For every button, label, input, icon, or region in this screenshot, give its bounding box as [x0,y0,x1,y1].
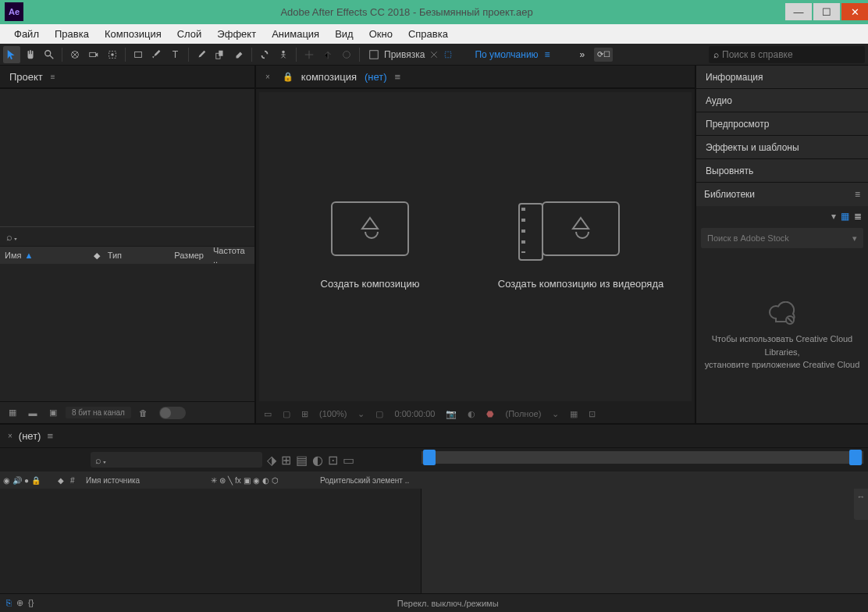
timeline-tool-shelf-icon[interactable]: ↔ [854,489,868,520]
adjustment-icon[interactable]: ◐ [262,476,269,485]
chevron-down-icon[interactable]: ⌄ [354,409,368,419]
tl-tool-2[interactable]: ⊞ [281,453,291,468]
audio-column-icon[interactable]: 🔊 [12,476,22,485]
eraser-tool[interactable] [230,46,247,63]
comp-footer-icon6[interactable]: ⊡ [585,409,599,419]
menu-animation[interactable]: Анимация [264,26,327,42]
comp-tab-close-icon[interactable]: × [265,73,270,81]
project-search[interactable]: ⌕▾ [0,226,254,247]
camera-tool[interactable] [85,46,102,63]
snapshot-icon[interactable]: 📷 [443,409,460,419]
list-view-icon[interactable]: ≣ [854,211,862,222]
snap-option2-icon[interactable] [443,50,453,59]
av-column-icon[interactable]: ◉ [3,476,10,485]
view-axis-tool[interactable] [338,46,355,63]
grid-view-icon[interactable]: ▦ [841,211,849,222]
comp-time[interactable]: 0:00:00:00 [391,409,438,418]
status-toggle-label[interactable]: Перекл. выключ./режимы [34,599,862,608]
audio-panel-header[interactable]: Аудио [696,89,868,112]
timeline-track-area[interactable]: ↔ [422,489,868,593]
source-name-column[interactable]: Имя источника [83,476,208,485]
workspace-overflow-icon[interactable]: » [580,49,585,60]
interpret-footage-icon[interactable]: ▦ [5,405,20,421]
snap-option1-icon[interactable] [429,50,439,59]
menu-file[interactable]: Файл [6,26,47,42]
project-tab[interactable]: Проект [9,71,43,83]
menu-view[interactable]: Вид [327,26,361,42]
menu-window[interactable]: Окно [361,26,400,42]
project-col-name[interactable]: Имя ▲ [0,251,89,260]
help-search-input[interactable] [722,49,860,60]
parent-column[interactable]: Родительский элемент .. [317,476,422,485]
motion-blur-icon[interactable]: ◉ [253,476,260,485]
shy-icon[interactable]: ✳ [211,476,217,485]
zoom-tool[interactable] [41,46,58,63]
comp-footer-icon2[interactable]: ▢ [279,409,293,419]
tl-tool-1[interactable]: ⬗ [267,453,276,468]
collapse-icon[interactable]: ⊛ [219,476,226,485]
clone-tool[interactable] [212,46,229,63]
chevron-down-icon-2[interactable]: ⌄ [549,409,562,419]
align-panel-header[interactable]: Выровнять [696,159,868,183]
pan-behind-tool[interactable] [104,46,121,63]
project-col-framerate[interactable]: Частота .. [208,246,254,265]
timeline-tab-close-icon[interactable]: × [8,432,12,440]
label-column-icon[interactable]: ◆ [55,476,67,485]
timeline-ruler[interactable] [422,471,868,489]
type-tool[interactable]: T [167,46,184,63]
pen-tool[interactable] [148,46,165,63]
menu-edit[interactable]: Правка [47,26,97,42]
status-icon-1[interactable]: ⎘ [6,598,12,608]
status-icon-2[interactable]: ⊕ [16,598,23,608]
project-panel-menu-icon[interactable]: ≡ [51,73,55,81]
comp-resolution[interactable]: (Полное) [502,409,544,418]
effects-panel-header[interactable]: Эффекты и шаблоны [696,136,868,159]
tl-tool-4[interactable]: ◐ [312,453,323,468]
create-composition-button[interactable]: Создать композицию [276,184,464,309]
project-toggle[interactable] [159,407,186,419]
tl-tool-6[interactable]: ▭ [343,453,354,468]
window-maximize-button[interactable]: ☐ [813,3,840,20]
3d-icon[interactable]: ⬡ [272,476,279,485]
tl-tool-5[interactable]: ⊡ [328,453,338,468]
libraries-tab[interactable]: Библиотеки [704,189,755,200]
help-search[interactable]: ⌕ [709,46,865,63]
roto-tool[interactable] [256,46,273,63]
project-list[interactable] [0,264,254,401]
tl-tool-3[interactable]: ▤ [296,453,308,468]
puppet-tool[interactable] [275,46,292,63]
status-icon-3[interactable]: {} [28,598,34,608]
library-dropdown-icon[interactable]: ▾ [831,211,836,222]
hand-tool[interactable] [22,46,39,63]
local-axis-tool[interactable] [301,46,318,63]
timeline-tab-label[interactable]: (нет) [19,430,41,442]
world-axis-tool[interactable] [319,46,336,63]
window-close-button[interactable]: ✕ [841,3,868,20]
window-minimize-button[interactable]: — [785,3,812,20]
timeline-nav-start-handle[interactable] [423,450,436,465]
project-col-size[interactable]: Размер [169,251,208,260]
comp-footer-icon5[interactable]: ▦ [567,409,581,419]
workspace-selector[interactable]: По умолчанию [475,49,538,60]
menu-help[interactable]: Справка [400,26,456,42]
delete-icon[interactable]: 🗑 [136,405,151,421]
project-col-type[interactable]: Тип [103,251,169,260]
project-col-label-icon[interactable]: ◆ [89,251,103,261]
comp-zoom[interactable]: (100%) [316,409,350,418]
comp-footer-icon4[interactable]: ▢ [372,409,386,419]
timeline-layer-list[interactable] [0,489,422,593]
selection-tool[interactable] [3,46,20,63]
comp-tab-lock-icon[interactable]: 🔒 [283,72,293,82]
brush-tool[interactable] [193,46,210,63]
frame-blend-icon[interactable]: ▣ [244,476,251,485]
timeline-search[interactable]: ⌕▾ [91,452,262,468]
channel-icon[interactable]: ◐ [464,409,478,419]
libraries-menu-icon[interactable]: ≡ [855,189,860,200]
new-comp-icon[interactable]: ▣ [45,405,61,421]
comp-footer-icon1[interactable]: ▭ [261,409,275,419]
quality-icon[interactable]: ╲ [228,476,233,485]
create-composition-from-footage-button[interactable]: Создать композицию из видеоряда [487,184,674,309]
info-panel-header[interactable]: Информация [696,66,868,89]
snapping-toggle[interactable]: Привязка [368,49,453,60]
comp-footer-icon3[interactable]: ⊞ [298,409,311,419]
